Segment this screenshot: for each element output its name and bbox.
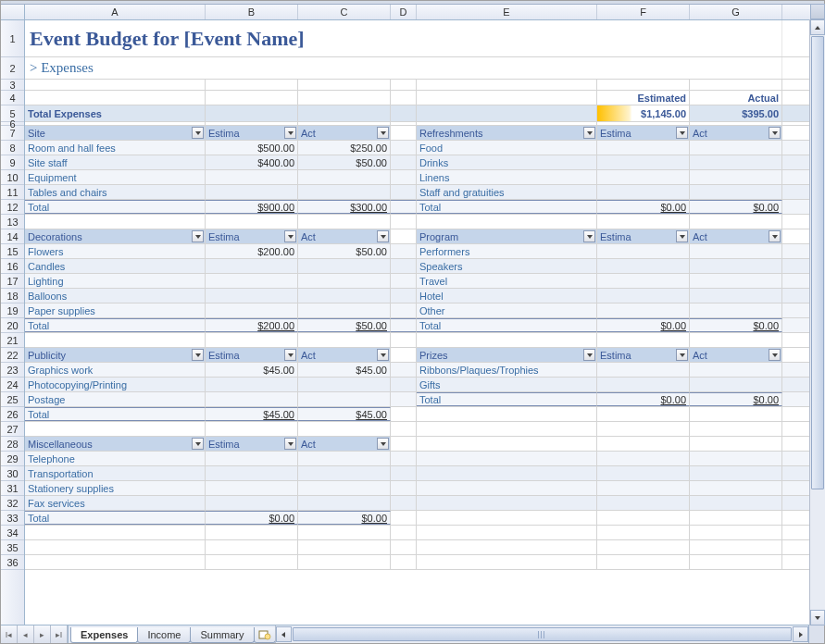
row-header-24[interactable]: 24 [1,378,24,392]
data-est[interactable] [206,259,298,273]
data-label[interactable]: Site staff [25,155,206,169]
data-act[interactable] [298,289,391,303]
row-header-28[interactable]: 28 [1,437,24,452]
tab-first-button[interactable]: I◂ [1,625,18,643]
data-act[interactable] [298,170,391,184]
data-label[interactable]: Drinks [417,155,597,169]
data-act[interactable]: $50.00 [298,155,391,169]
col-estimated[interactable]: Estima [206,229,298,243]
data-est[interactable] [206,496,298,510]
vscroll-thumb[interactable] [811,36,824,489]
section-header[interactable]: Program [417,229,597,243]
filter-button[interactable] [377,438,389,450]
row-header-2[interactable]: 2 [1,57,24,80]
tab-prev-button[interactable]: ◂ [18,625,34,643]
row-header-9[interactable]: 9 [1,155,24,170]
data-act[interactable]: $250.00 [298,141,391,155]
filter-button[interactable] [583,127,595,139]
row-header-35[interactable]: 35 [1,540,24,555]
row-header-12[interactable]: 12 [1,200,24,215]
data-est[interactable] [206,185,298,199]
data-est[interactable] [206,274,298,288]
filter-button[interactable] [377,349,389,361]
col-header-A[interactable]: A [25,5,206,19]
filter-button[interactable] [676,230,688,242]
row-header-10[interactable]: 10 [1,170,24,185]
row-header-7[interactable]: 7 [1,126,24,141]
data-label[interactable]: Food [417,141,597,155]
data-est[interactable] [206,392,298,406]
data-est[interactable] [597,363,690,377]
section-header[interactable]: Publicity [25,348,206,362]
row-header-13[interactable]: 13 [1,215,24,229]
data-act[interactable] [690,303,782,317]
data-label[interactable]: Stationery supplies [25,481,206,495]
vscroll-split-handle[interactable] [810,4,825,19]
col-actual[interactable]: Act [298,126,391,140]
col-actual[interactable]: Act [690,348,782,362]
col-actual[interactable]: Act [690,229,782,243]
row-header-18[interactable]: 18 [1,289,24,303]
row-header-36[interactable]: 36 [1,555,24,570]
filter-button[interactable] [583,349,595,361]
data-est[interactable] [597,378,690,391]
filter-button[interactable] [676,127,688,139]
col-header-B[interactable]: B [206,5,298,19]
col-header-C[interactable]: C [298,5,391,19]
data-act[interactable] [690,185,782,199]
section-header[interactable]: Site [25,126,206,140]
data-act[interactable] [298,452,391,465]
row-header-25[interactable]: 25 [1,392,24,407]
filter-button[interactable] [769,127,781,139]
data-est[interactable] [206,170,298,184]
data-est[interactable] [206,289,298,303]
hscroll-right-button[interactable] [793,626,808,642]
data-act[interactable] [298,496,391,510]
data-label[interactable]: Paper supplies [25,303,206,317]
col-header-E[interactable]: E [417,5,597,19]
data-est[interactable]: $200.00 [206,244,298,258]
row-header-23[interactable]: 23 [1,363,24,378]
data-act[interactable] [298,392,391,406]
data-label[interactable]: Hotel [417,289,597,303]
row-header-33[interactable]: 33 [1,511,24,526]
select-all-corner[interactable] [1,5,25,19]
row-header-30[interactable]: 30 [1,466,24,481]
data-act[interactable] [690,155,782,169]
col-estimated[interactable]: Estima [597,126,690,140]
filter-button[interactable] [583,230,595,242]
row-header-22[interactable]: 22 [1,348,24,363]
data-act[interactable] [298,303,391,317]
row-header-16[interactable]: 16 [1,259,24,274]
vscroll-up-button[interactable] [810,19,825,35]
data-label[interactable]: Travel [417,274,597,288]
data-est[interactable] [597,274,690,288]
data-act[interactable] [298,274,391,288]
data-est[interactable] [597,185,690,199]
data-est[interactable] [597,141,690,155]
data-act[interactable] [690,363,782,377]
row-header-8[interactable]: 8 [1,141,24,155]
col-header-G[interactable]: G [690,5,782,19]
sheet-tab-insert[interactable] [254,627,276,643]
section-header[interactable]: Prizes [417,348,597,362]
section-header[interactable]: Refreshments [417,126,597,140]
filter-button[interactable] [284,438,296,450]
filter-button[interactable] [284,230,296,242]
data-label[interactable]: Ribbons/Plaques/Trophies [417,363,597,377]
data-act[interactable] [298,481,391,495]
data-act[interactable] [690,141,782,155]
data-act[interactable] [690,378,782,391]
data-label[interactable]: Room and hall fees [25,141,206,155]
sheet-tab-income[interactable]: Income [137,627,191,643]
subtitle-cell[interactable]: > Expenses [25,57,782,79]
col-actual[interactable]: Act [298,437,391,451]
filter-button[interactable] [192,349,204,361]
data-label[interactable]: Telephone [25,452,206,465]
row-header-15[interactable]: 15 [1,244,24,259]
filter-button[interactable] [284,349,296,361]
row-header-14[interactable]: 14 [1,229,24,244]
data-est[interactable] [206,466,298,480]
col-estimated[interactable]: Estima [597,229,690,243]
row-header-11[interactable]: 11 [1,185,24,200]
